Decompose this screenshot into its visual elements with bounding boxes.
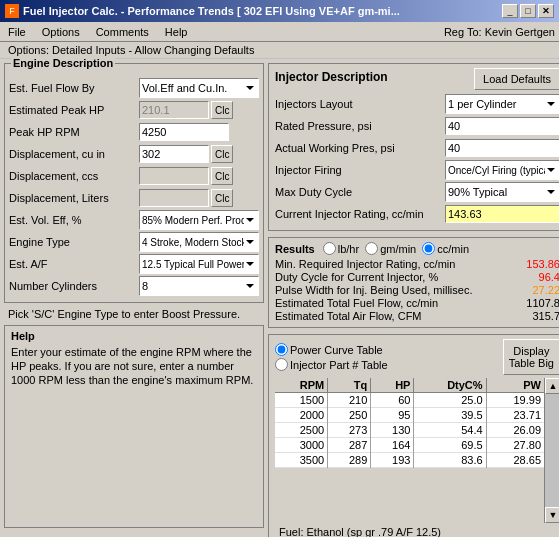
- table-cell: 1500: [275, 393, 328, 408]
- table-row: 20002509539.523.71: [275, 408, 544, 423]
- power-curve-radio-label[interactable]: Power Curve Table: [275, 343, 388, 356]
- table-row: 350028919383.628.65: [275, 453, 544, 468]
- table-cell: 23.71: [486, 408, 544, 423]
- table-cell: 289: [328, 453, 371, 468]
- peak-hp-clc-btn[interactable]: Clc: [211, 101, 233, 119]
- menu-items: File Options Comments Help: [4, 25, 191, 39]
- scroll-track: [545, 394, 559, 507]
- menu-help[interactable]: Help: [161, 25, 192, 39]
- disp-liters-input: [139, 189, 209, 207]
- table-cell: 273: [328, 423, 371, 438]
- table-row: 300028716469.527.80: [275, 438, 544, 453]
- est-af-select[interactable]: 12.5 Typical Full Power: [139, 254, 259, 274]
- menu-bar: File Options Comments Help Reg To: Kevin…: [0, 22, 559, 42]
- table-row: 15002106025.019.99: [275, 393, 544, 408]
- power-curve-radio[interactable]: [275, 343, 288, 356]
- injector-description-title: Injector Description: [275, 70, 388, 84]
- result-row-4: Estimated Total Fuel Flow, cc/min 1107.8: [275, 297, 559, 309]
- disp-liters-clc-btn[interactable]: Clc: [211, 189, 233, 207]
- actual-pressure-row: Actual Working Pres, psi: [275, 138, 559, 158]
- injector-firing-select[interactable]: Once/Cyl Firing (typical): [445, 160, 559, 180]
- vol-eff-select[interactable]: 85% Modern Perf. Prod.: [139, 210, 259, 230]
- scroll-down-arrow[interactable]: ▼: [545, 507, 559, 523]
- right-panel: Injector Description Load Defaults Injec…: [268, 63, 559, 528]
- actual-pressure-input[interactable]: [445, 139, 559, 157]
- table-cell: 26.09: [486, 423, 544, 438]
- result-val-1: 153.86: [526, 258, 559, 270]
- result-label-5: Estimated Total Air Flow, CFM: [275, 310, 422, 322]
- display-table-big-button[interactable]: Display Table Big: [503, 339, 559, 375]
- table-cell: 19.99: [486, 393, 544, 408]
- minimize-button[interactable]: _: [502, 4, 518, 18]
- options-text: Options: Detailed Inputs - Allow Changin…: [8, 44, 254, 56]
- engine-description-title: Engine Description: [11, 57, 115, 69]
- injector-rating-label: Current Injector Rating, cc/min: [275, 208, 445, 220]
- maximize-button[interactable]: □: [520, 4, 536, 18]
- menu-file[interactable]: File: [4, 25, 30, 39]
- unit-lbhr-label[interactable]: lb/hr: [323, 242, 359, 255]
- actual-pressure-label: Actual Working Pres, psi: [275, 142, 445, 154]
- result-row-2: Duty Cycle for Current Injector, % 96.4: [275, 271, 559, 283]
- result-row-5: Estimated Total Air Flow, CFM 315.7: [275, 310, 559, 322]
- unit-gmmin-radio[interactable]: [365, 242, 378, 255]
- menu-options[interactable]: Options: [38, 25, 84, 39]
- table-cell: 210: [328, 393, 371, 408]
- injector-firing-row: Injector Firing Once/Cyl Firing (typical…: [275, 160, 559, 180]
- disp-cuin-row: Displacement, cu in Clc: [9, 144, 259, 164]
- col-tq: Tq: [328, 378, 371, 393]
- rated-pressure-input[interactable]: [445, 117, 559, 135]
- result-label-1: Min. Required Injector Rating, cc/min: [275, 258, 455, 270]
- unit-ccmin-label[interactable]: cc/min: [422, 242, 469, 255]
- col-dtyc: DtyC%: [414, 378, 486, 393]
- title-text: Fuel Injector Calc. - Performance Trends…: [23, 5, 400, 17]
- engine-type-row: Engine Type 4 Stroke, Modern Stock.: [9, 232, 259, 252]
- menu-comments[interactable]: Comments: [92, 25, 153, 39]
- close-button[interactable]: ✕: [538, 4, 554, 18]
- title-bar: F Fuel Injector Calc. - Performance Tren…: [0, 0, 559, 22]
- fuel-flow-label: Est. Fuel Flow By: [9, 82, 139, 94]
- disp-cuin-clc-btn[interactable]: Clc: [211, 145, 233, 163]
- result-val-2: 96.4: [539, 271, 559, 283]
- app-icon: F: [5, 4, 19, 18]
- num-cylinders-select[interactable]: 8: [139, 276, 259, 296]
- table-cell: 39.5: [414, 408, 486, 423]
- table-cell: 250: [328, 408, 371, 423]
- result-val-3: 27.22: [532, 284, 559, 296]
- table-row: 250027313054.426.09: [275, 423, 544, 438]
- result-val-4: 1107.8: [526, 297, 559, 309]
- result-label-4: Estimated Total Fuel Flow, cc/min: [275, 297, 438, 309]
- unit-gmmin-label[interactable]: gm/min: [365, 242, 416, 255]
- peak-rpm-label: Peak HP RPM: [9, 126, 139, 138]
- scroll-up-arrow[interactable]: ▲: [545, 378, 559, 394]
- est-af-label: Est. A/F: [9, 258, 139, 270]
- table-cell: 3500: [275, 453, 328, 468]
- disp-ccs-clc-btn[interactable]: Clc: [211, 167, 233, 185]
- unit-lbhr-radio[interactable]: [323, 242, 336, 255]
- disp-ccs-row: Displacement, ccs Clc: [9, 166, 259, 186]
- col-hp: HP: [371, 378, 414, 393]
- table-cell: 164: [371, 438, 414, 453]
- injector-part-radio-label[interactable]: Injector Part # Table: [275, 358, 388, 371]
- table-scrollbar[interactable]: ▲ ▼: [544, 378, 559, 523]
- fuel-text: Fuel: Ethanol (sp gr .79 A/F 12.5): [275, 525, 559, 537]
- engine-type-select[interactable]: 4 Stroke, Modern Stock.: [139, 232, 259, 252]
- help-title: Help: [11, 330, 257, 342]
- injector-rating-input[interactable]: [445, 205, 559, 223]
- injector-part-radio[interactable]: [275, 358, 288, 371]
- peak-rpm-input[interactable]: [139, 123, 229, 141]
- fuel-flow-select[interactable]: Vol.Eff and Cu.In.: [139, 78, 259, 98]
- disp-cuin-input[interactable]: [139, 145, 209, 163]
- col-rpm: RPM: [275, 378, 328, 393]
- injectors-layout-label: Injectors Layout: [275, 98, 445, 110]
- unit-ccmin-radio[interactable]: [422, 242, 435, 255]
- num-cylinders-row: Number Cylinders 8: [9, 276, 259, 296]
- col-pw: PW: [486, 378, 544, 393]
- engine-description-group: Engine Description Est. Fuel Flow By Vol…: [4, 63, 264, 303]
- max-duty-cycle-select[interactable]: 90% Typical: [445, 182, 559, 202]
- injectors-layout-select[interactable]: 1 per Cylinder: [445, 94, 559, 114]
- results-title: Results: [275, 243, 315, 255]
- title-buttons: _ □ ✕: [502, 4, 554, 18]
- load-defaults-button[interactable]: Load Defaults: [474, 68, 559, 90]
- table-cell: 28.65: [486, 453, 544, 468]
- peak-rpm-row: Peak HP RPM: [9, 122, 259, 142]
